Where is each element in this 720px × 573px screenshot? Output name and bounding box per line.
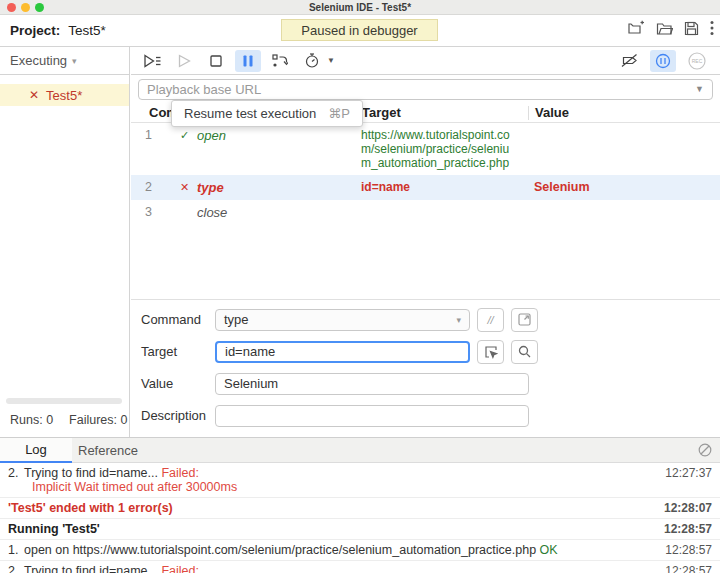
description-input[interactable]	[215, 405, 529, 427]
url-bar-row: ▼ Resume test execution ⌘P	[131, 75, 720, 103]
speed-dropdown-caret-icon[interactable]: ▼	[327, 56, 335, 65]
target-input[interactable]	[215, 341, 470, 363]
playback-url-input[interactable]	[138, 79, 713, 100]
log-entry-number: 2.	[8, 466, 24, 480]
log-entry-text: 'Test5' ended with 1 error(s)	[8, 501, 173, 515]
tooltip-shortcut: ⌘P	[328, 106, 350, 121]
svg-text:REC: REC	[692, 58, 703, 64]
command-target	[353, 200, 528, 210]
sidebar-view-label: Executing	[10, 53, 67, 68]
clear-log-button[interactable]	[698, 443, 712, 457]
select-target-button[interactable]	[477, 340, 504, 364]
tab-log[interactable]: Log	[0, 438, 72, 463]
sidebar-test-item[interactable]: ✕ Test5*	[0, 84, 129, 106]
log-entry-time: 12:28:57	[665, 564, 712, 573]
log-tabs: Log Reference	[0, 438, 720, 463]
row-number: 3	[131, 200, 166, 219]
new-project-button[interactable]	[627, 20, 645, 36]
tooltip-text: Resume test execution	[184, 106, 316, 121]
disable-breakpoints-icon	[620, 53, 639, 68]
table-row-selected[interactable]: 2 ✕ type id=name Selenium	[131, 175, 720, 200]
command-field-label: Command	[141, 312, 215, 327]
table-row[interactable]: 1 ✓ open https://www.tutorialspoint.com/…	[131, 123, 720, 175]
command-name: type	[197, 180, 224, 195]
tests-sidebar: Executing ▾ ✕ Test5* Runs: 0 Failures: 0	[0, 47, 130, 437]
titlebar: Selenium IDE - Test5*	[0, 0, 720, 15]
row-number: 2	[131, 175, 166, 194]
save-icon	[684, 21, 699, 36]
step-over-icon	[272, 54, 288, 68]
log-entry-number: 2.	[8, 564, 24, 573]
command-value: Selenium	[528, 175, 720, 199]
find-target-button[interactable]	[511, 340, 538, 364]
command-failed-icon: ✕	[180, 180, 190, 195]
command-status-placeholder	[180, 205, 190, 220]
value-input[interactable]	[215, 373, 529, 395]
log-panel: Log Reference 2.Trying to find id=name..…	[0, 437, 720, 573]
runs-count: Runs: 0	[10, 413, 53, 427]
command-target: id=name	[353, 175, 528, 199]
run-current-test-button[interactable]	[171, 50, 197, 72]
log-entry: 'Test5' ended with 1 error(s) 12:28:07	[0, 498, 720, 519]
open-project-button[interactable]	[656, 21, 673, 36]
run-all-tests-button[interactable]	[139, 50, 165, 72]
stopwatch-icon	[305, 53, 319, 68]
log-entry-failed: Failed:	[161, 466, 199, 480]
test-speed-button[interactable]	[299, 50, 325, 72]
log-entry: 2.Trying to find id=name... Failed: Impl…	[0, 463, 720, 498]
stop-button[interactable]	[203, 50, 229, 72]
record-icon: REC	[688, 52, 706, 70]
project-header: Project: Test5* Paused in debugger	[0, 15, 720, 47]
row-number: 1	[131, 123, 166, 142]
log-entry-number: 1.	[8, 543, 24, 557]
command-value	[528, 123, 720, 133]
chevron-down-icon: ▾	[72, 56, 77, 66]
open-folder-icon	[656, 21, 673, 36]
project-label: Project:	[10, 23, 60, 38]
toggle-comment-button[interactable]: //	[477, 308, 504, 332]
pause-button[interactable]	[235, 50, 261, 72]
window-title: Selenium IDE - Test5*	[0, 2, 720, 13]
value-column-header: Value	[528, 106, 720, 120]
playback-toolbar: ▼ REC	[131, 47, 720, 75]
log-entry-text: Trying to find id=name...	[24, 564, 158, 573]
log-entry-ok: OK	[540, 543, 558, 557]
command-passed-icon: ✓	[180, 128, 190, 143]
record-button[interactable]: REC	[684, 50, 710, 72]
resume-tooltip: Resume test execution ⌘P	[171, 100, 363, 127]
log-entry: Running 'Test5' 12:28:57	[0, 519, 720, 540]
log-entry-text: open on https://www.tutorialspoint.com/s…	[24, 543, 536, 557]
chevron-down-icon: ▾	[456, 315, 461, 325]
new-project-icon	[627, 20, 645, 36]
disable-breakpoints-button[interactable]	[616, 50, 642, 72]
test-failed-icon: ✕	[29, 88, 39, 102]
log-entry-time: 12:28:57	[664, 522, 712, 536]
open-new-window-button[interactable]	[511, 308, 538, 332]
save-project-button[interactable]	[684, 21, 699, 36]
log-entry-time: 12:28:07	[664, 501, 712, 515]
log-entry-text: Trying to find id=name...	[24, 466, 158, 480]
value-field-label: Value	[141, 376, 215, 391]
table-row[interactable]: 3 close	[131, 200, 720, 225]
project-name: Test5*	[68, 23, 106, 38]
command-value	[528, 200, 720, 210]
run-all-icon	[143, 54, 162, 68]
target-column-header: Target	[353, 106, 528, 120]
command-select[interactable]: type ▾	[215, 309, 470, 331]
run-progress-bar	[6, 398, 122, 404]
log-entry-detail: Implicit Wait timed out after 30000ms	[32, 480, 650, 494]
main-content: ▼ REC ▼	[131, 47, 720, 437]
failures-count: Failures: 0	[69, 413, 127, 427]
commands-table: 1 ✓ open https://www.tutorialspoint.com/…	[131, 123, 720, 300]
sidebar-view-dropdown[interactable]: Executing ▾	[0, 47, 129, 75]
tab-reference[interactable]: Reference	[72, 438, 144, 463]
step-over-button[interactable]	[267, 50, 293, 72]
more-menu-button[interactable]	[710, 20, 714, 36]
command-select-value: type	[224, 312, 456, 327]
log-entry: 1.open on https://www.tutorialspoint.com…	[0, 540, 720, 561]
command-name: close	[197, 205, 227, 220]
command-name: open	[197, 128, 226, 143]
kebab-menu-icon	[710, 20, 714, 36]
project-actions	[627, 20, 714, 36]
pause-on-exceptions-button[interactable]	[650, 50, 676, 72]
